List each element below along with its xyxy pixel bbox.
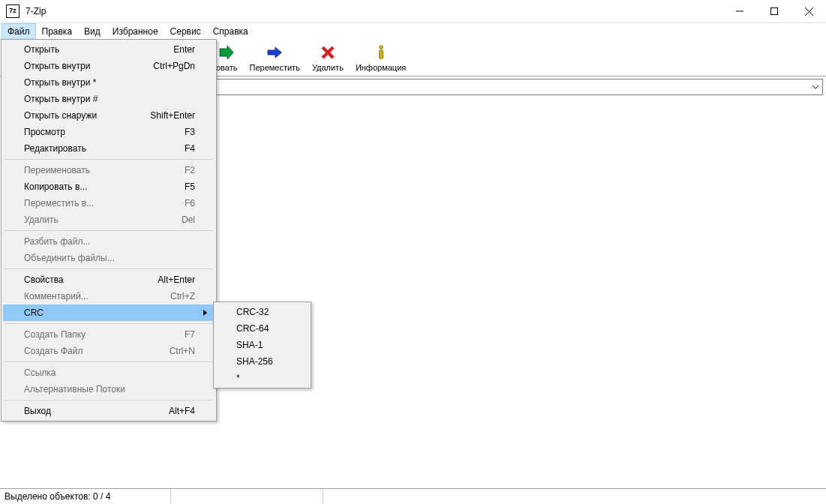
toolbar-info-label: Информация (356, 63, 406, 72)
arrow-right-blue-icon (266, 44, 284, 62)
menu-item-label: Открыть снаружи (24, 110, 150, 121)
menu-item-accelerator: Shift+Enter (150, 110, 195, 121)
file-menu-item: Альтернативные Потоки (3, 381, 215, 398)
menu-item-label: Открыть внутри (24, 61, 153, 71)
crc-submenu-item[interactable]: CRC-64 (215, 320, 309, 337)
menu-separator (5, 323, 213, 324)
toolbar-move-label: Переместить (249, 63, 299, 72)
file-menu-item[interactable]: Копировать в...F5 (3, 178, 215, 195)
file-menu-item[interactable]: Открыть внутри # (3, 91, 215, 107)
menu-item-accelerator: Ctrl+Z (170, 291, 195, 302)
menu-separator (5, 159, 213, 160)
info-icon (372, 44, 390, 62)
menu-item-label: Разбить файл... (24, 236, 195, 247)
file-menu-item: Переместить в...F6 (3, 195, 215, 212)
title-bar: 7z 7-Zip (0, 0, 826, 23)
menu-separator (5, 268, 213, 269)
close-button[interactable] (791, 0, 826, 22)
path-combo[interactable] (216, 79, 823, 95)
menu-item-accelerator: F4 (185, 143, 195, 154)
svg-marker-4 (220, 46, 233, 59)
menu-item-label: SHA-1 (236, 340, 294, 350)
menu-item-accelerator: Alt+Enter (158, 274, 195, 285)
menu-item-accelerator: F3 (185, 127, 195, 137)
menu-item-accelerator: Del (182, 214, 195, 225)
crc-submenu-item[interactable]: CRC-32 (215, 304, 309, 320)
file-menu-item[interactable]: Открыть снаружиShift+Enter (3, 107, 215, 124)
status-cell-2 (171, 489, 323, 504)
menu-item-accelerator: Ctrl+N (170, 346, 195, 356)
crc-submenu-item[interactable]: SHA-256 (215, 353, 309, 370)
menu-item-label: Копировать в... (24, 182, 185, 192)
file-menu-item[interactable]: CRC (3, 304, 215, 321)
menu-item-accelerator: Ctrl+PgDn (153, 61, 195, 71)
menu-file[interactable]: Файл (2, 23, 36, 40)
file-menu-item[interactable]: ОткрытьEnter (3, 41, 215, 58)
file-menu-item[interactable]: Открыть внутри * (3, 74, 215, 91)
menu-item-label: Комментарий... (24, 291, 170, 302)
maximize-button[interactable] (757, 0, 791, 22)
toolbar-delete-button[interactable]: Удалить (312, 44, 344, 72)
menu-item-accelerator: F7 (185, 329, 195, 340)
toolbar-delete-label: Удалить (312, 63, 344, 72)
file-menu-item: Разбить файл... (3, 233, 215, 250)
toolbar-copy-button[interactable]: овать (216, 44, 237, 72)
file-menu-item[interactable]: РедактироватьF4 (3, 140, 215, 157)
file-menu-item: ПереименоватьF2 (3, 162, 215, 178)
menu-item-accelerator: Enter (173, 44, 195, 55)
menu-item-label: Удалить (24, 214, 182, 225)
file-menu-item: Ссылка (3, 364, 215, 381)
menu-item-label: Просмотр (24, 127, 185, 137)
toolbar-copy-label: овать (216, 63, 237, 72)
chevron-down-icon (812, 85, 819, 89)
file-menu-item[interactable]: ВыходAlt+F4 (3, 403, 215, 419)
menu-view[interactable]: Вид (78, 23, 107, 40)
menu-tools[interactable]: Сервис (164, 23, 207, 40)
svg-rect-9 (379, 50, 383, 58)
menu-item-label: Свойства (24, 274, 158, 285)
menu-item-label: SHA-256 (236, 356, 294, 367)
toolbar-move-button[interactable]: Переместить (249, 44, 299, 72)
menu-favorites[interactable]: Избранное (107, 23, 164, 40)
app-icon: 7z (6, 4, 20, 18)
arrow-right-green-icon (218, 44, 236, 62)
file-menu-item[interactable]: СвойстваAlt+Enter (3, 272, 215, 288)
crc-submenu-item[interactable]: SHA-1 (215, 337, 309, 353)
crc-submenu: CRC-32CRC-64SHA-1SHA-256* (213, 302, 311, 388)
menu-item-label: Ссылка (24, 368, 195, 378)
file-menu-item: Создать ПапкуF7 (3, 326, 215, 343)
file-menu-item: Объединить файлы... (3, 250, 215, 266)
menu-item-label: CRC-64 (236, 323, 294, 334)
file-menu-item[interactable]: ПросмотрF3 (3, 124, 215, 140)
menu-edit[interactable]: Правка (36, 23, 79, 40)
menu-item-label: Создать Папку (24, 329, 185, 340)
menu-separator (5, 230, 213, 231)
file-menu-item[interactable]: Открыть внутриCtrl+PgDn (3, 58, 215, 74)
menu-item-label: CRC-32 (236, 307, 294, 317)
menu-item-accelerator: F2 (185, 165, 195, 176)
menu-item-label: CRC (24, 308, 195, 318)
menu-item-accelerator: F6 (185, 198, 195, 208)
file-menu-dropdown: ОткрытьEnterОткрыть внутриCtrl+PgDnОткры… (1, 39, 217, 422)
menu-item-label: Редактировать (24, 143, 185, 154)
menu-bar: Файл Правка Вид Избранное Сервис Справка (0, 23, 826, 40)
menu-help[interactable]: Справка (207, 23, 254, 40)
svg-marker-5 (268, 47, 281, 58)
window-title: 7-Zip (26, 6, 46, 16)
minimize-button[interactable] (722, 0, 757, 22)
menu-item-label: Открыть внутри # (24, 94, 195, 104)
file-menu-item: Комментарий...Ctrl+Z (3, 288, 215, 304)
menu-item-label: Объединить файлы... (24, 253, 195, 263)
menu-item-label: Переместить в... (24, 198, 185, 208)
menu-item-label: Открыть внутри * (24, 77, 195, 88)
crc-submenu-item[interactable]: * (215, 370, 309, 386)
toolbar-info-button[interactable]: Информация (356, 44, 406, 72)
menu-item-label: Открыть (24, 44, 173, 55)
menu-item-label: Выход (24, 406, 169, 416)
status-selection-count: Выделено объектов: 0 / 4 (0, 489, 171, 504)
menu-item-label: Альтернативные Потоки (24, 384, 195, 394)
red-x-icon (319, 44, 337, 62)
menu-separator (5, 362, 213, 362)
menu-item-label: * (236, 373, 294, 383)
svg-point-8 (379, 46, 383, 50)
